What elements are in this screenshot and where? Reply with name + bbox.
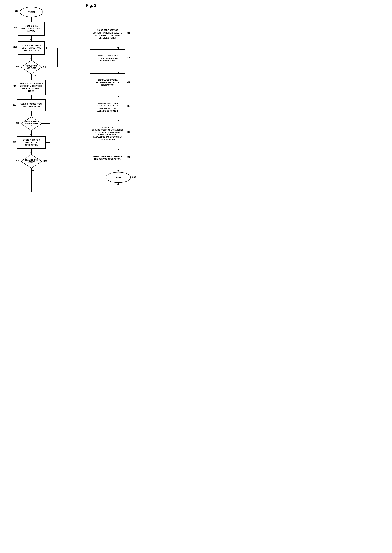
node-236: AGENT SEES: SERVICE SPECIFIC DATA ENTERE…	[90, 122, 126, 145]
ref-228: 228	[127, 32, 131, 35]
node-226: TRANSFER TO AGENT ?	[21, 154, 42, 168]
yes-label-216: YES	[32, 75, 36, 77]
ref-240: 240	[132, 176, 136, 179]
svg-marker-42	[21, 60, 42, 74]
node-218: SERVICE OFFERS USER ZERO OR MORE VOICE K…	[17, 80, 46, 95]
node-214: SYSTEM PROMPTS USER FOR SERVICE SPECIFIC…	[18, 41, 45, 55]
node-224: SYSTEM STORES RECORD OF INTERACTION	[17, 136, 46, 149]
ref-236: 236	[127, 131, 131, 133]
ref-238: 238	[127, 156, 131, 159]
svg-marker-9	[30, 98, 32, 99]
svg-marker-41	[117, 183, 119, 185]
svg-marker-44	[21, 154, 42, 168]
yes-label-222: YES	[43, 122, 47, 124]
svg-marker-21	[45, 47, 47, 49]
node-228: VOICE SELF-SERVICE SYSTEM TRANSFERS CALL…	[90, 25, 126, 43]
ref-220: 220	[13, 104, 16, 106]
svg-marker-7	[30, 78, 32, 80]
ref-232: 232	[127, 81, 131, 83]
svg-marker-13	[30, 134, 32, 136]
ref-218: 218	[13, 85, 16, 88]
yes-label-226: YES	[43, 160, 47, 162]
ref-222: 222	[16, 122, 19, 124]
svg-marker-1	[30, 20, 32, 21]
node-216: PROMPTING COMPLETE	[21, 60, 42, 74]
ref-214: 214	[14, 46, 17, 48]
node-212: USER CALLS VOICE SELF-SERVICE SYSTEM	[18, 21, 45, 36]
node-234: INTEGRATED SYSTEM DISPLAYS RECORD OF INT…	[90, 98, 126, 117]
svg-marker-43	[21, 117, 42, 131]
no-label-226: NO	[32, 170, 35, 172]
svg-marker-35	[117, 149, 119, 151]
node-220: USER CHOOSES ITEM; SYSTEM PLAYS IT	[17, 99, 46, 111]
ref-226: 226	[16, 159, 19, 162]
svg-marker-11	[30, 115, 32, 117]
svg-marker-27	[117, 48, 119, 49]
svg-marker-31	[117, 96, 119, 98]
ref-210: 210	[15, 10, 18, 12]
arrows-overlay	[4, 4, 158, 224]
ref-216: 216	[16, 65, 19, 68]
no-label-216: NO	[43, 66, 46, 68]
node-232: INTEGRATED SYSTEM RETRIEVES RECORD OF IN…	[90, 74, 126, 91]
node-222: USER WANTS TO HEAR MORE ?	[21, 117, 42, 131]
node-238: AGENT AND USER COMPLETE THE SERVICE INTE…	[90, 151, 126, 165]
svg-marker-5	[30, 58, 32, 60]
svg-marker-3	[30, 39, 32, 41]
svg-marker-37	[117, 170, 119, 172]
ref-224: 224	[13, 141, 16, 143]
start-node: START	[20, 7, 43, 17]
ref-230: 230	[127, 56, 131, 59]
ref-212: 212	[14, 27, 17, 29]
flowchart: START 210 USER CALLS VOICE SELF-SERVICE …	[4, 4, 158, 224]
end-node: END	[106, 172, 131, 183]
svg-marker-33	[117, 120, 119, 122]
node-230: INTEGRATED SYSTEM CONNECTS CALL TO HUMAN…	[90, 49, 126, 67]
svg-marker-15	[30, 152, 32, 154]
svg-marker-29	[117, 72, 119, 74]
ref-234: 234	[127, 105, 131, 107]
